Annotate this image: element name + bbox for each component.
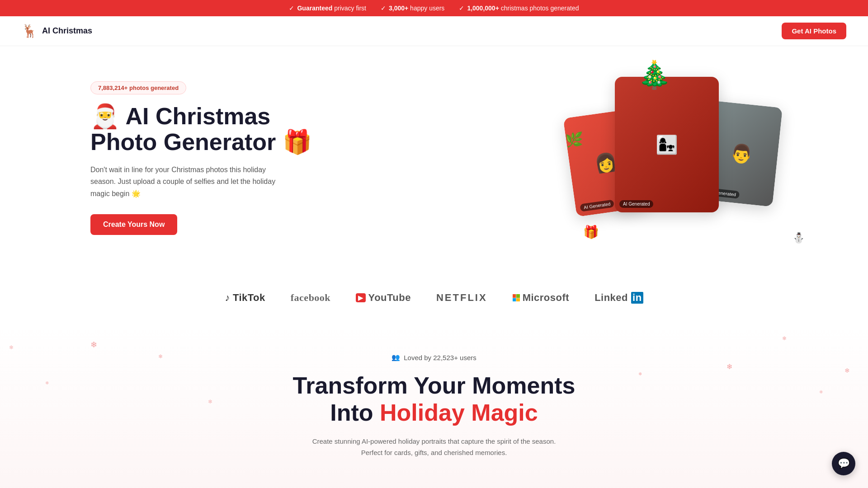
loved-text: Loved by 22,523+ users bbox=[404, 354, 476, 361]
gift-right-emoji: ⛄ bbox=[793, 232, 805, 244]
microsoft-label: Microsoft bbox=[523, 292, 570, 304]
lower-title-highlight: Holiday Magic bbox=[380, 399, 538, 426]
brand-linkedin: Linkedin bbox=[594, 292, 643, 304]
linkedin-in: in bbox=[631, 292, 643, 304]
logo-area: 🦌 AI Christmas bbox=[22, 23, 92, 38]
hero-right: 🎄 🌿 👩 AI Generated 👩‍👧 AI Generated 👨 AI… bbox=[579, 68, 814, 249]
brand-microsoft: Microsoft bbox=[513, 292, 570, 304]
holly-left-emoji: 🌿 bbox=[565, 131, 583, 148]
banner-item-photos: ✓ 1,000,000+ christmas photos generated bbox=[459, 5, 579, 12]
tiktok-icon: ♪ bbox=[225, 292, 230, 304]
lower-title: Transform Your Moments Into Holiday Magi… bbox=[90, 372, 778, 427]
users-icon: 👥 bbox=[392, 353, 400, 361]
netflix-label: NETFLIX bbox=[436, 292, 487, 304]
snowflake-1: ❄ bbox=[90, 340, 97, 350]
chat-icon: 💬 bbox=[838, 458, 850, 469]
check-icon: ✓ bbox=[289, 5, 294, 12]
hero-section: 7,883,214+ photos generated 🎅 AI Christm… bbox=[0, 46, 868, 276]
lower-title-line1: Transform Your Moments bbox=[292, 372, 575, 399]
microsoft-icon bbox=[513, 294, 520, 301]
snowflake-2: ❄ bbox=[158, 353, 163, 360]
gift-left-emoji: 🎁 bbox=[583, 225, 599, 239]
hero-title: 🎅 AI Christmas Photo Generator 🎁 bbox=[90, 103, 312, 155]
hero-description: Don't wait in line for your Christmas ph… bbox=[90, 164, 280, 200]
facebook-label: facebook bbox=[291, 292, 330, 304]
banner-users-text: 3,000+ happy users bbox=[389, 5, 444, 12]
brand-facebook: facebook bbox=[291, 292, 330, 304]
snowflake-7: ❄ bbox=[9, 344, 14, 351]
santa-emoji: 🎅 bbox=[90, 103, 120, 129]
loved-badge: 👥 Loved by 22,523+ users bbox=[392, 353, 476, 361]
check-icon-2: ✓ bbox=[381, 5, 386, 12]
youtube-label: YouTube bbox=[368, 292, 411, 304]
lower-title-into: Into bbox=[330, 399, 380, 426]
check-icon-3: ✓ bbox=[459, 5, 464, 12]
get-ai-photos-button[interactable]: Get AI Photos bbox=[782, 23, 846, 39]
brands-section: ♪ TikTok facebook ▶ YouTube NETFLIX Micr… bbox=[0, 276, 868, 326]
navbar: 🦌 AI Christmas Get AI Photos bbox=[0, 16, 868, 46]
wreath-emoji: 🎄 bbox=[637, 59, 671, 91]
snowflake-4: ❄ bbox=[782, 335, 787, 342]
brands-row: ♪ TikTok facebook ▶ YouTube NETFLIX Micr… bbox=[0, 292, 868, 304]
snowflake-8: ❄ bbox=[844, 367, 850, 374]
logo-icon: 🦌 bbox=[22, 23, 38, 38]
linkedin-label: Linked bbox=[594, 292, 628, 304]
snowflake-5: ❄ bbox=[45, 380, 49, 385]
tiktok-label: TikTok bbox=[233, 292, 265, 304]
brand-youtube: ▶ YouTube bbox=[356, 292, 411, 304]
youtube-icon: ▶ bbox=[356, 293, 366, 302]
photos-badge: 7,883,214+ photos generated bbox=[90, 81, 186, 94]
create-yours-now-button[interactable]: Create Yours Now bbox=[90, 214, 177, 235]
ai-badge-main: AI Generated bbox=[619, 200, 653, 208]
hero-title-line1: AI Christmas bbox=[126, 103, 271, 129]
banner-photos-text: 1,000,000+ christmas photos generated bbox=[467, 5, 579, 12]
photo-card-main: 👩‍👧 AI Generated bbox=[615, 77, 719, 212]
brand-tiktok: ♪ TikTok bbox=[225, 292, 265, 304]
banner-privacy-text: Guaranteed privacy first bbox=[297, 5, 366, 12]
brand-netflix: NETFLIX bbox=[436, 292, 487, 304]
gift-emoji: 🎁 bbox=[283, 129, 312, 155]
logo-text: AI Christmas bbox=[42, 26, 92, 36]
banner-item-privacy: ✓ Guaranteed privacy first bbox=[289, 5, 366, 12]
banner-item-users: ✓ 3,000+ happy users bbox=[381, 5, 444, 12]
hero-left: 7,883,214+ photos generated 🎅 AI Christm… bbox=[90, 81, 312, 235]
snowflake-3: ❄ bbox=[726, 362, 732, 371]
lower-section: ❄ ❄ ❄ ❄ ❄ ❄ ❄ ❄ ❄ ❄ 👥 Loved by 22,523+ u… bbox=[0, 326, 868, 488]
top-banner: ✓ Guaranteed privacy first ✓ 3,000+ happ… bbox=[0, 0, 868, 16]
snowflake-6: ❄ bbox=[819, 389, 823, 394]
lower-description: Create stunning AI-powered holiday portr… bbox=[307, 436, 561, 459]
chat-button[interactable]: 💬 bbox=[832, 452, 855, 475]
hero-title-line2: Photo Generator bbox=[90, 129, 276, 155]
